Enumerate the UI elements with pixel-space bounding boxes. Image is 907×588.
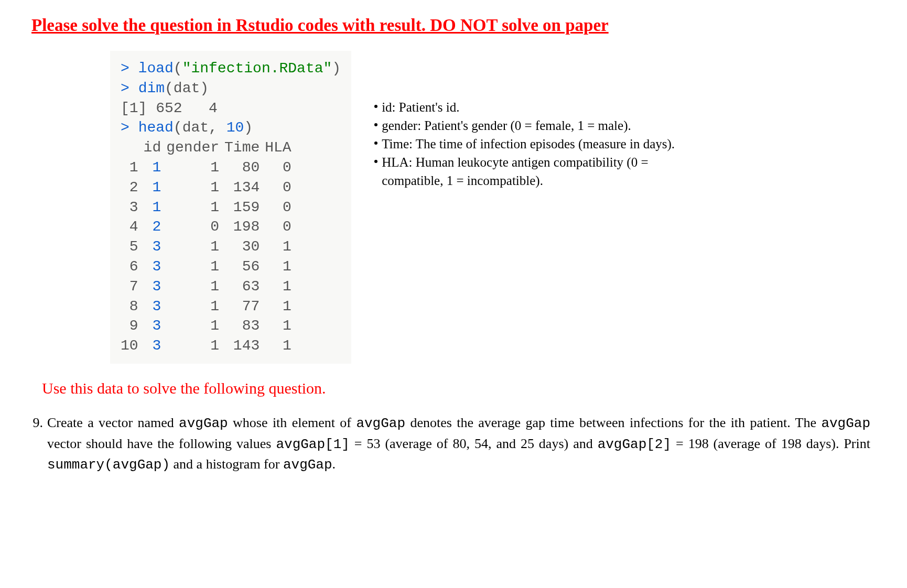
table-cell: 0: [265, 217, 296, 237]
table-row: 731631: [121, 277, 297, 297]
q-text: Create a vector named: [47, 415, 179, 430]
table-cell: 3: [144, 336, 167, 356]
args-close: ): [244, 119, 253, 136]
table-cell: 77: [224, 297, 265, 317]
table-row: 2111340: [121, 178, 297, 198]
table-cell: 5: [121, 237, 144, 257]
table-row: 111800: [121, 158, 297, 178]
table-cell: 1: [166, 277, 224, 297]
code-and-desc-row: > load("infection.RData") > dim(dat) [1]…: [110, 51, 881, 364]
col-header: HLA: [265, 138, 296, 158]
head-output-table: id gender Time HLA 111800211134031115904…: [121, 138, 297, 356]
args-open: (dat,: [174, 119, 226, 136]
table-cell: 1: [265, 257, 296, 277]
code-inline: avgGap: [179, 416, 228, 431]
prompt: >: [121, 80, 129, 96]
col-header: id: [144, 138, 167, 158]
table-cell: 198: [224, 217, 265, 237]
table-row: 931831: [121, 316, 297, 336]
paren: (: [174, 60, 182, 77]
table-cell: 1: [265, 316, 296, 336]
table-cell: 30: [224, 237, 265, 257]
desc-hla-cont: compatible, 1 = incompatible).: [372, 171, 675, 190]
table-cell: 1: [166, 257, 224, 277]
table-cell: 7: [121, 277, 144, 297]
fn-load: load: [138, 60, 174, 77]
question-body: Create a vector named avgGap whose ith e…: [47, 413, 870, 475]
prompt: >: [121, 119, 129, 136]
q-text: and a histogram for: [170, 456, 283, 472]
code-inline: avgGap[1]: [276, 437, 349, 452]
col-header: Time: [224, 138, 265, 158]
table-cell: 2: [144, 217, 167, 237]
table-cell: 3: [121, 198, 144, 217]
table-row: 631561: [121, 257, 297, 277]
table-cell: 143: [224, 336, 265, 356]
table-cell: 3: [144, 316, 167, 336]
q-text: whose ith element of: [228, 415, 357, 430]
table-cell: 4: [121, 217, 144, 237]
paren: ): [332, 60, 341, 77]
table-row: 3111590: [121, 198, 297, 217]
table-cell: 1: [166, 178, 224, 198]
table-cell: 0: [265, 178, 296, 198]
table-cell: 0: [265, 158, 296, 178]
q-text: = 198 (average of 198 days). Print: [671, 436, 870, 451]
table-cell: 1: [265, 336, 296, 356]
table-cell: 3: [144, 297, 167, 317]
question-number: 9.: [26, 413, 47, 475]
fn-head: head: [138, 119, 174, 136]
table-cell: 1: [166, 198, 224, 217]
q-text: vector should have the following values: [47, 436, 276, 451]
page-title: Please solve the question in Rstudio cod…: [31, 16, 881, 35]
desc-id: id: Patient's id.: [372, 98, 675, 116]
desc-hla: HLA: Human leukocyte antigen compatibili…: [372, 153, 675, 171]
code-inline: summary(avgGap): [47, 457, 170, 473]
table-cell: 1: [166, 297, 224, 317]
table-cell: 3: [144, 257, 167, 277]
table-cell: 1: [144, 178, 167, 198]
subheading: Use this data to solve the following que…: [42, 379, 881, 397]
table-cell: 8: [121, 297, 144, 317]
num-literal: 10: [226, 119, 244, 136]
col-header: [121, 138, 144, 158]
table-cell: 1: [166, 237, 224, 257]
table-row: 831771: [121, 297, 297, 317]
table-cell: 134: [224, 178, 265, 198]
code-inline: avgGap[2]: [598, 437, 671, 452]
table-cell: 1: [166, 316, 224, 336]
q-text: .: [332, 456, 336, 472]
table-cell: 6: [121, 257, 144, 277]
table-cell: 56: [224, 257, 265, 277]
q-text: denotes the average gap time between inf…: [405, 415, 821, 430]
col-header: gender: [166, 138, 224, 158]
variable-descriptions: id: Patient's id. gender: Patient's gend…: [372, 51, 675, 364]
table-cell: 9: [121, 316, 144, 336]
table-cell: 3: [144, 277, 167, 297]
table-cell: 1: [265, 277, 296, 297]
table-cell: 63: [224, 277, 265, 297]
table-cell: 80: [224, 158, 265, 178]
q-text: = 53 (average of 80, 54, and 25 days) an…: [350, 436, 598, 451]
table-cell: 3: [144, 237, 167, 257]
table-cell: 0: [166, 217, 224, 237]
table-cell: 10: [121, 336, 144, 356]
table-cell: 1: [166, 158, 224, 178]
table-row: 4201980: [121, 217, 297, 237]
r-console-block: > load("infection.RData") > dim(dat) [1]…: [110, 51, 351, 364]
code-inline: avgGap: [283, 457, 332, 473]
desc-gender: gender: Patient's gender (0 = female, 1 …: [372, 116, 675, 135]
table-cell: 1: [166, 336, 224, 356]
table-cell: 159: [224, 198, 265, 217]
table-row: 531301: [121, 237, 297, 257]
table-row: 10311431: [121, 336, 297, 356]
table-cell: 1: [265, 237, 296, 257]
table-cell: 1: [144, 158, 167, 178]
table-cell: 83: [224, 316, 265, 336]
question-9: 9. Create a vector named avgGap whose it…: [26, 413, 870, 475]
table-cell: 0: [265, 198, 296, 217]
dim-output: [1] 652 4: [121, 100, 218, 116]
desc-time: Time: The time of infection episodes (me…: [372, 135, 675, 153]
table-cell: 1: [144, 198, 167, 217]
prompt: >: [121, 60, 129, 77]
